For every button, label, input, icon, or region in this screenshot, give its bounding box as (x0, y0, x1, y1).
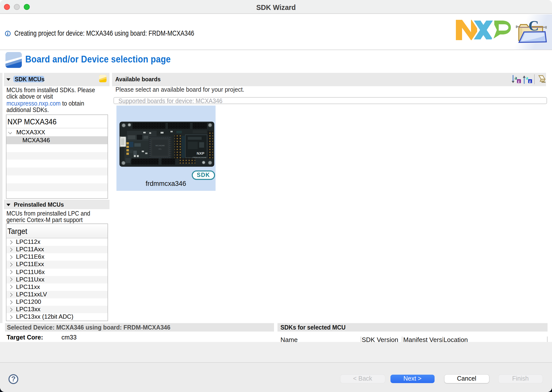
svg-text:MCXA346: MCXA346 (156, 144, 165, 146)
svg-text:z: z (529, 79, 531, 84)
svg-text:a: a (526, 75, 528, 81)
svg-text:?: ? (11, 375, 16, 383)
svg-text:z: z (518, 79, 520, 84)
svg-text:FRDM-MCXA346: FRDM-MCXA346 (193, 156, 206, 158)
svg-text:NXP: NXP (197, 151, 204, 155)
svg-text:a: a (515, 75, 517, 81)
svg-text:VKL: VKL (158, 148, 162, 150)
